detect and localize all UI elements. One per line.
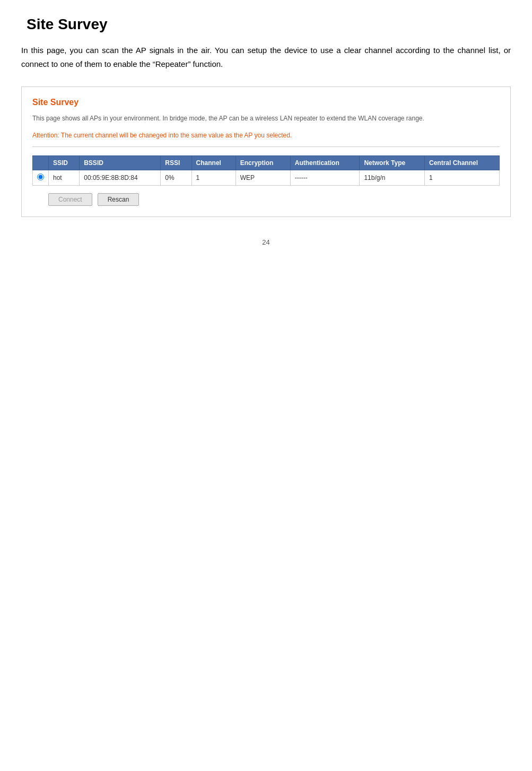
col-ssid: SSID	[49, 156, 80, 170]
panel-description: This page shows all APs in your environm…	[32, 114, 500, 123]
row-network-type: 11b/g/n	[360, 170, 425, 186]
row-authentication: ------	[290, 170, 360, 186]
row-bssid: 00:05:9E:8B:8D:84	[80, 170, 161, 186]
site-survey-panel: Site Survey This page shows all APs in y…	[21, 86, 511, 217]
col-select	[33, 156, 49, 170]
col-authentication: Authentication	[290, 156, 360, 170]
col-encryption: Encryption	[236, 156, 290, 170]
row-channel: 1	[191, 170, 236, 186]
col-central-channel: Central Channel	[424, 156, 499, 170]
row-central-channel: 1	[424, 170, 499, 186]
col-network-type: Network Type	[360, 156, 425, 170]
col-rssi: RSSI	[161, 156, 191, 170]
col-channel: Channel	[191, 156, 236, 170]
rescan-button[interactable]: Rescan	[98, 193, 139, 206]
table-row: hot 00:05:9E:8B:8D:84 0% 1 WEP ------ 11…	[33, 170, 500, 186]
ap-radio[interactable]	[37, 174, 44, 180]
connect-button[interactable]: Connect	[48, 193, 92, 206]
panel-title: Site Survey	[32, 98, 500, 107]
attention-message: Attention: The current channel will be c…	[32, 132, 500, 147]
page-title: Site Survey	[21, 16, 511, 33]
intro-paragraph: In this page, you can scan the AP signal…	[21, 44, 511, 71]
col-bssid: BSSID	[80, 156, 161, 170]
row-ssid: hot	[49, 170, 80, 186]
button-row: Connect Rescan	[32, 193, 500, 206]
row-encryption: WEP	[236, 170, 290, 186]
row-radio-cell[interactable]	[33, 170, 49, 186]
row-rssi: 0%	[161, 170, 191, 186]
page-number: 24	[21, 238, 511, 246]
site-survey-table: SSID BSSID RSSI Channel Encryption Authe…	[32, 155, 500, 186]
